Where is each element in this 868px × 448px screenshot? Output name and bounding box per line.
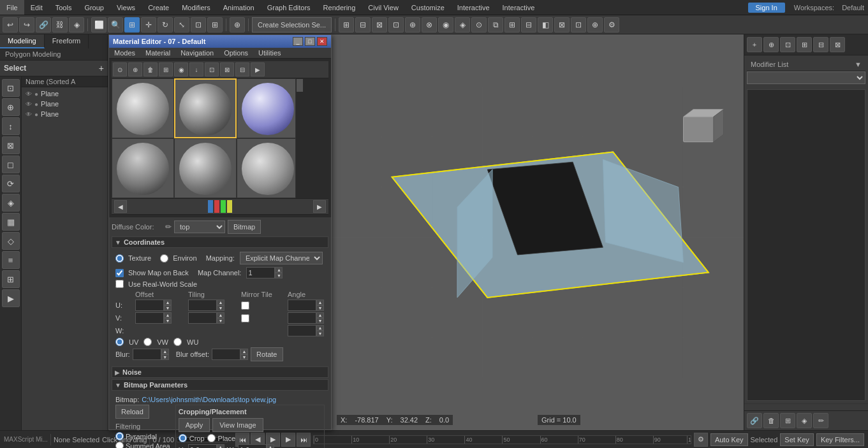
toolbar-extra-2[interactable]: ⊟ bbox=[355, 17, 371, 33]
rp-btn-5[interactable]: ⊟ bbox=[813, 37, 828, 52]
crop-u-up[interactable]: ▲ bbox=[217, 444, 224, 448]
toolbar-extra-14[interactable]: ⊠ bbox=[554, 17, 570, 33]
rp-btn-2[interactable]: ⊕ bbox=[763, 37, 779, 52]
blur-down[interactable]: ▼ bbox=[161, 354, 169, 360]
angle-w-input[interactable]: 0.0 bbox=[288, 325, 316, 336]
blur-up[interactable]: ▲ bbox=[161, 349, 169, 354]
menu-rendering[interactable]: Rendering bbox=[317, 0, 362, 15]
mat-tool-7[interactable]: ⊡ bbox=[205, 62, 219, 76]
unlink-button[interactable]: ⛓ bbox=[52, 17, 68, 33]
tiling-u-down[interactable]: ▼ bbox=[217, 305, 224, 311]
coordinates-section-header[interactable]: ▼ Coordinates bbox=[112, 236, 328, 248]
menu-tools[interactable]: Tools bbox=[49, 0, 78, 15]
crop-w-up[interactable]: ▲ bbox=[267, 444, 274, 448]
select-region-button[interactable]: ⊞ bbox=[124, 17, 140, 33]
scale3-button[interactable]: ⊞ bbox=[207, 17, 223, 33]
map-channel-input[interactable] bbox=[246, 267, 275, 278]
wu-radio[interactable] bbox=[173, 338, 182, 346]
blur-offset-up[interactable]: ▲ bbox=[240, 349, 248, 354]
material-editor-title-bar[interactable]: Material Editor - 07 - Default _ □ ✕ bbox=[109, 35, 331, 48]
nav-prev-button[interactable]: ◀ bbox=[114, 200, 127, 213]
minimize-button[interactable]: _ bbox=[293, 37, 303, 46]
apply-button[interactable]: Apply bbox=[179, 418, 210, 432]
menu-create[interactable]: Create bbox=[142, 0, 175, 15]
show-map-checkbox[interactable] bbox=[115, 269, 124, 277]
toolbar-extra-13[interactable]: ◧ bbox=[538, 17, 553, 33]
color-swatch-red[interactable] bbox=[214, 200, 219, 213]
mat-tool-9[interactable]: ⊟ bbox=[235, 62, 249, 76]
rp-btn-3[interactable]: ⊡ bbox=[780, 37, 795, 52]
mat-tool-2[interactable]: ⊕ bbox=[128, 62, 142, 76]
menu-civil-view[interactable]: Civil View bbox=[362, 0, 404, 15]
reload-button[interactable]: Reload bbox=[115, 405, 149, 419]
tiling-v-down[interactable]: ▼ bbox=[217, 318, 224, 324]
angle-w-up[interactable]: ▲ bbox=[316, 325, 324, 331]
tiling-u-up[interactable]: ▲ bbox=[217, 300, 224, 305]
mirror-v-checkbox[interactable] bbox=[241, 314, 249, 322]
menu-options[interactable]: Options bbox=[219, 48, 253, 58]
mat-tool-5[interactable]: ◉ bbox=[174, 62, 188, 76]
color-swatch-green[interactable] bbox=[221, 200, 226, 213]
mat-preview-6[interactable] bbox=[237, 138, 299, 198]
offset-v-input[interactable]: 0.0 bbox=[135, 312, 164, 324]
noise-section-header[interactable]: ▶ Noise bbox=[112, 366, 328, 378]
auto-key-button[interactable]: Auto Key bbox=[710, 433, 748, 446]
set-key-button[interactable]: Set Key bbox=[780, 433, 814, 446]
scroll-thumb[interactable] bbox=[297, 79, 303, 92]
maximize-button[interactable]: □ bbox=[305, 37, 315, 46]
scale-button[interactable]: ⤡ bbox=[174, 17, 189, 33]
strip-btn-2[interactable]: ⊕ bbox=[2, 98, 20, 116]
menu-customize[interactable]: Customize bbox=[405, 0, 451, 15]
mat-tool-10[interactable]: ▶ bbox=[251, 62, 265, 76]
strip-btn-5[interactable]: ◻ bbox=[2, 155, 20, 173]
offset-u-input[interactable]: 0.0 bbox=[135, 300, 164, 311]
mat-preview-4[interactable] bbox=[112, 138, 174, 198]
environ-radio[interactable] bbox=[160, 254, 168, 263]
menu-views[interactable]: Views bbox=[110, 0, 142, 15]
pivot-button[interactable]: ⊕ bbox=[230, 17, 245, 33]
toolbar-extra-7[interactable]: ◉ bbox=[438, 17, 453, 33]
toolbar-extra-11[interactable]: ⊞ bbox=[504, 17, 520, 33]
blur-offset-input[interactable]: 0.0 bbox=[212, 349, 240, 360]
toolbar-extra-1[interactable]: ⊞ bbox=[339, 17, 354, 33]
toolbar-extra-10[interactable]: ⧉ bbox=[488, 17, 503, 33]
bind-button[interactable]: ◈ bbox=[69, 17, 84, 33]
summed-area-option[interactable]: Summed Area bbox=[115, 442, 170, 448]
angle-u-up[interactable]: ▲ bbox=[316, 300, 324, 305]
menu-animation[interactable]: Animation bbox=[217, 0, 261, 15]
mat-tool-3[interactable]: 🗑 bbox=[143, 62, 158, 76]
map-channel-up[interactable]: ▲ bbox=[275, 267, 283, 273]
strip-btn-9[interactable]: ◇ bbox=[2, 232, 20, 250]
create-selection-button[interactable]: Create Selection Se... bbox=[252, 17, 332, 33]
crop-u-input[interactable] bbox=[188, 444, 217, 448]
offset-v-down[interactable]: ▼ bbox=[164, 318, 172, 324]
strip-btn-7[interactable]: ◈ bbox=[2, 194, 20, 212]
toolbar-extra-16[interactable]: ⊕ bbox=[587, 17, 603, 33]
mat-preview-5[interactable] bbox=[174, 138, 237, 198]
strip-btn-12[interactable]: ▶ bbox=[2, 289, 20, 307]
rb-btn-2[interactable]: 🗑 bbox=[763, 413, 779, 428]
toolbar-extra-15[interactable]: ⊡ bbox=[571, 17, 586, 33]
angle-v-up[interactable]: ▲ bbox=[316, 312, 324, 318]
tab-modeling[interactable]: Modeling bbox=[0, 34, 45, 48]
mapping-dropdown[interactable]: Explicit Map Channel bbox=[240, 252, 323, 264]
map-channel-down[interactable]: ▼ bbox=[275, 273, 283, 278]
link-button[interactable]: 🔗 bbox=[36, 17, 51, 33]
menu-edit[interactable]: Edit bbox=[24, 0, 49, 15]
diffuse-map-dropdown[interactable]: top bbox=[174, 220, 225, 233]
place-radio[interactable] bbox=[207, 434, 216, 442]
toolbar-extra-9[interactable]: ⊙ bbox=[471, 17, 487, 33]
mat-tool-4[interactable]: ⊞ bbox=[159, 62, 173, 76]
close-button[interactable]: ✕ bbox=[317, 37, 327, 46]
select-object-button[interactable]: ⬜ bbox=[91, 17, 107, 33]
strip-btn-11[interactable]: ⊞ bbox=[2, 270, 20, 288]
texture-radio[interactable] bbox=[115, 254, 124, 263]
angle-v-input[interactable]: 0.0 bbox=[288, 312, 316, 324]
select-move-button[interactable]: ✛ bbox=[141, 17, 156, 33]
rb-btn-3[interactable]: ⊞ bbox=[780, 413, 795, 428]
mirror-u-checkbox[interactable] bbox=[241, 301, 249, 310]
offset-u-down[interactable]: ▼ bbox=[164, 305, 172, 311]
toolbar-extra-6[interactable]: ⊗ bbox=[422, 17, 437, 33]
rb-btn-1[interactable]: 🔗 bbox=[747, 413, 762, 428]
menu-interactive[interactable]: Interactive bbox=[496, 0, 541, 15]
